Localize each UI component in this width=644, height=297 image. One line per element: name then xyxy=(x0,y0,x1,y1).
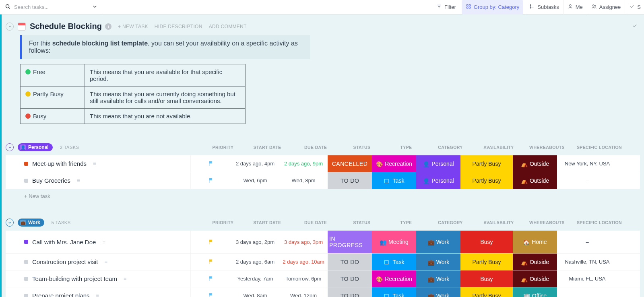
whereabouts-tag[interactable]: 🏠Home xyxy=(513,231,557,253)
status-tag[interactable]: CANCELLED xyxy=(328,155,372,172)
category-tag[interactable]: 👤Personal xyxy=(416,172,460,189)
category-tag[interactable]: 💼Work xyxy=(416,254,460,270)
type-tag[interactable]: ☐Task xyxy=(372,287,416,297)
location-cell[interactable]: Miami, FL, USA xyxy=(557,270,617,287)
priority-cell[interactable] xyxy=(191,172,231,189)
collapse-toggle[interactable] xyxy=(6,23,14,31)
status-tag[interactable]: TO DO xyxy=(328,172,372,189)
task-row[interactable]: Buy Groceries ≡ Wed, 6pm Wed, 8pm TO DO … xyxy=(6,172,640,189)
drag-handle-icon[interactable]: ≡ xyxy=(96,293,99,297)
whereabouts-tag[interactable]: ⛺Outside xyxy=(513,172,557,189)
availability-tag[interactable]: Busy xyxy=(460,270,513,287)
whereabouts-tag[interactable]: 🏢Office xyxy=(513,287,557,297)
task-name-cell[interactable]: Construction project visit ≡ xyxy=(6,254,191,270)
subtasks-button[interactable]: Subtasks xyxy=(525,0,563,14)
task-name-cell[interactable]: Meet-up with friends ≡ xyxy=(6,155,191,172)
task-name-cell[interactable]: Call with Mrs. Jane Doe ≡ xyxy=(6,231,191,253)
availability-tag[interactable]: Partly Busy xyxy=(460,172,513,189)
status-square-icon xyxy=(24,179,28,183)
priority-cell[interactable] xyxy=(191,231,231,253)
start-date-cell[interactable]: Wed, 8am xyxy=(231,287,279,297)
due-date-cell[interactable]: 2 days ago, 10am xyxy=(279,254,328,270)
search-input[interactable] xyxy=(14,4,89,10)
task-name-cell[interactable]: Buy Groceries ≡ xyxy=(6,172,191,189)
info-icon[interactable]: i xyxy=(105,23,111,30)
location-cell[interactable]: – xyxy=(557,231,617,253)
add-comment-button[interactable]: ADD COMMENT xyxy=(209,24,247,29)
new-task-header-button[interactable]: + NEW TASK xyxy=(118,24,148,29)
task-row[interactable]: Prepare project plans ≡ Wed, 8am Wed, 12… xyxy=(6,287,640,297)
task-row[interactable]: Team-building with project team ≡ Yester… xyxy=(6,270,640,287)
task-name-cell[interactable]: Prepare project plans ≡ xyxy=(6,287,191,297)
availability-tag[interactable]: Partly Busy xyxy=(460,155,513,172)
location-cell[interactable] xyxy=(557,287,617,297)
type-emoji-icon: 🎨 xyxy=(376,161,382,167)
whereabouts-tag[interactable]: ⛺Outside xyxy=(513,155,557,172)
priority-cell[interactable] xyxy=(191,155,231,172)
svg-line-1 xyxy=(9,7,10,8)
chevron-down-icon[interactable] xyxy=(92,4,98,11)
type-tag[interactable]: 🎨Recreation xyxy=(372,270,416,287)
priority-cell[interactable] xyxy=(191,287,231,297)
group-collapse-toggle[interactable] xyxy=(6,219,14,227)
drag-handle-icon[interactable]: ≡ xyxy=(124,276,127,282)
me-button[interactable]: Me xyxy=(563,0,587,14)
location-cell[interactable]: Nashville, TN, USA xyxy=(557,254,617,270)
group-pill[interactable]: 💼Work xyxy=(18,219,44,227)
location-cell[interactable]: New York, NY, USA xyxy=(557,155,617,172)
list-header: Schedule Blocking i + NEW TASK HIDE DESC… xyxy=(4,20,640,35)
type-tag[interactable]: 👥Meeting xyxy=(372,231,416,253)
assignee-button[interactable]: Assignee xyxy=(587,0,625,14)
category-tag[interactable]: 💼Work xyxy=(416,270,460,287)
dot-green-icon xyxy=(25,69,31,74)
availability-tag[interactable]: Partly Busy xyxy=(460,287,513,297)
resolve-check-icon[interactable] xyxy=(632,23,638,30)
task-name-cell[interactable]: Team-building with project team ≡ xyxy=(6,270,191,287)
priority-cell[interactable] xyxy=(191,270,231,287)
type-tag[interactable]: ☐Task xyxy=(372,172,416,189)
status-tag[interactable]: IN PROGRESS xyxy=(328,231,372,253)
category-tag[interactable]: 💼Work xyxy=(416,231,460,253)
me-label: Me xyxy=(576,4,583,10)
task-row[interactable]: Call with Mrs. Jane Doe ≡ 3 days ago, 2p… xyxy=(6,231,640,254)
location-cell[interactable]: – xyxy=(557,172,617,189)
new-task-button[interactable]: + New task xyxy=(6,189,640,199)
priority-cell[interactable] xyxy=(191,254,231,270)
hide-description-button[interactable]: HIDE DESCRIPTION xyxy=(155,24,202,29)
show-button[interactable]: S xyxy=(625,0,642,14)
type-tag[interactable]: 🎨Recreation xyxy=(372,155,416,172)
whereabouts-emoji-icon: 🏠 xyxy=(523,239,529,245)
availability-tag[interactable]: Busy xyxy=(460,231,513,253)
due-date-cell[interactable]: Tomorrow, 6pm xyxy=(279,270,328,287)
due-date-cell[interactable]: 2 days ago, 9pm xyxy=(279,155,328,172)
task-row[interactable]: Construction project visit ≡ 2 days ago,… xyxy=(6,254,640,270)
start-date-cell[interactable]: Yesterday, 7am xyxy=(231,270,279,287)
drag-handle-icon[interactable]: ≡ xyxy=(102,239,105,245)
start-date-cell[interactable]: Wed, 6pm xyxy=(231,172,279,189)
group-collapse-toggle[interactable] xyxy=(6,143,14,151)
due-date-cell[interactable]: Wed, 8pm xyxy=(279,172,328,189)
drag-handle-icon[interactable]: ≡ xyxy=(104,259,107,265)
category-tag[interactable]: 👤Personal xyxy=(416,155,460,172)
whereabouts-tag[interactable]: ⛺Outside xyxy=(513,270,557,287)
due-date-cell[interactable]: Wed, 12pm xyxy=(279,287,328,297)
status-tag[interactable]: TO DO xyxy=(328,270,372,287)
task-row[interactable]: Meet-up with friends ≡ 2 days ago, 4pm 2… xyxy=(6,155,640,172)
type-tag[interactable]: ☐Task xyxy=(372,254,416,270)
start-date-cell[interactable]: 2 days ago, 4pm xyxy=(231,155,279,172)
group-by-button[interactable]: Group by: Category xyxy=(462,0,523,14)
svg-point-9 xyxy=(530,4,531,5)
category-tag[interactable]: 💼Work xyxy=(416,287,460,297)
dot-red-icon xyxy=(25,113,31,119)
group-pill[interactable]: 👤Personal xyxy=(18,143,53,151)
drag-handle-icon[interactable]: ≡ xyxy=(77,177,80,184)
status-tag[interactable]: TO DO xyxy=(328,254,372,270)
whereabouts-tag[interactable]: ⛺Outside xyxy=(513,254,557,270)
start-date-cell[interactable]: 2 days ago, 6am xyxy=(231,254,279,270)
start-date-cell[interactable]: 3 days ago, 2pm xyxy=(231,231,279,253)
due-date-cell[interactable]: 3 days ago, 3pm xyxy=(279,231,328,253)
availability-tag[interactable]: Partly Busy xyxy=(460,254,513,270)
filter-button[interactable]: Filter xyxy=(432,0,460,14)
status-tag[interactable]: TO DO xyxy=(328,287,372,297)
drag-handle-icon[interactable]: ≡ xyxy=(93,161,96,167)
